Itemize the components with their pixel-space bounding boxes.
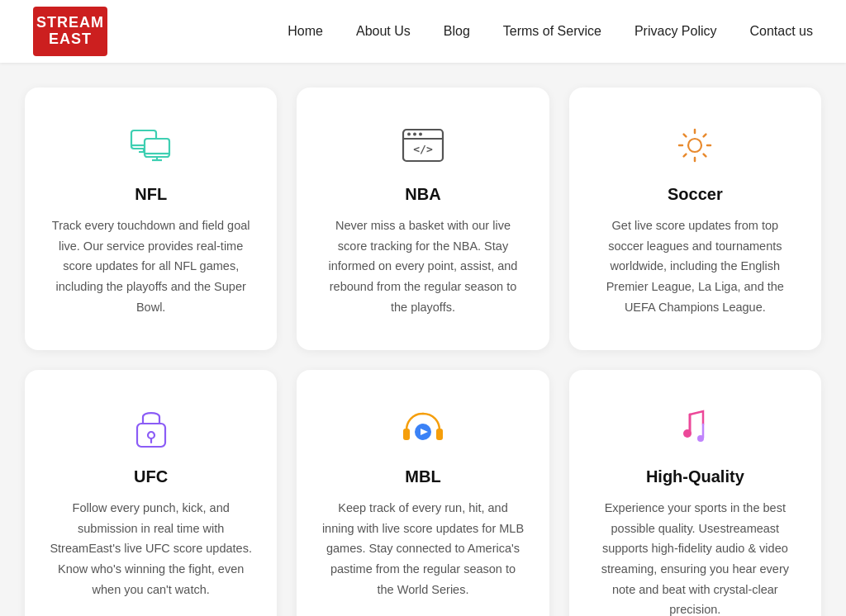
soccer-title: Soccer xyxy=(668,185,723,204)
logo-text: STREAM EAST xyxy=(36,15,104,48)
hq-title: High-Quality xyxy=(646,467,744,486)
card-mbl: MBL Keep track of every run, hit, and in… xyxy=(297,370,549,616)
ufc-desc: Follow every punch, kick, and submission… xyxy=(50,498,252,599)
svg-point-23 xyxy=(697,435,704,442)
nav-contact[interactable]: Contact us xyxy=(750,24,813,39)
nfl-desc: Track every touchdown and field goal liv… xyxy=(50,216,252,317)
svg-point-14 xyxy=(688,139,701,152)
nav-about[interactable]: About Us xyxy=(356,24,411,39)
svg-point-22 xyxy=(683,429,692,438)
nba-title: NBA xyxy=(405,185,440,204)
nfl-title: NFL xyxy=(135,185,167,204)
main-nav: Home About Us Blog Terms of Service Priv… xyxy=(288,24,813,39)
svg-text:</>: </> xyxy=(413,143,433,155)
card-nfl: NFL Track every touchdown and field goal… xyxy=(25,88,277,350)
nav-privacy[interactable]: Privacy Policy xyxy=(634,24,717,39)
svg-rect-19 xyxy=(436,429,443,440)
card-ufc: UFC Follow every punch, kick, and submis… xyxy=(25,370,277,616)
nba-icon: </> xyxy=(398,121,448,170)
ufc-icon xyxy=(126,403,176,453)
nfl-icon xyxy=(126,121,176,170)
ufc-title: UFC xyxy=(134,467,168,486)
mbl-icon xyxy=(398,403,448,453)
site-logo[interactable]: STREAM EAST xyxy=(33,7,107,56)
svg-rect-18 xyxy=(403,429,410,440)
nav-home[interactable]: Home xyxy=(288,24,323,39)
nba-desc: Never miss a basket with our live score … xyxy=(321,216,524,317)
card-hq: High-Quality Experience your sports in t… xyxy=(569,370,821,616)
cards-grid: NFL Track every touchdown and field goal… xyxy=(0,63,846,616)
card-nba: </> NBA Never miss a basket with our liv… xyxy=(297,88,549,350)
nav-terms[interactable]: Terms of Service xyxy=(503,24,601,39)
svg-point-11 xyxy=(413,133,416,136)
soccer-icon xyxy=(670,121,720,170)
svg-point-10 xyxy=(407,133,411,136)
site-header: STREAM EAST Home About Us Blog Terms of … xyxy=(0,0,846,63)
soccer-desc: Get live score updates from top soccer l… xyxy=(594,216,796,317)
hq-desc: Experience your sports in the best possi… xyxy=(594,498,796,616)
hq-icon xyxy=(670,403,720,453)
nav-blog[interactable]: Blog xyxy=(444,24,470,39)
card-soccer: Soccer Get live score updates from top s… xyxy=(569,88,821,350)
mbl-desc: Keep track of every run, hit, and inning… xyxy=(321,498,524,599)
svg-point-12 xyxy=(419,133,422,136)
mbl-title: MBL xyxy=(405,467,440,486)
svg-point-16 xyxy=(148,432,154,438)
